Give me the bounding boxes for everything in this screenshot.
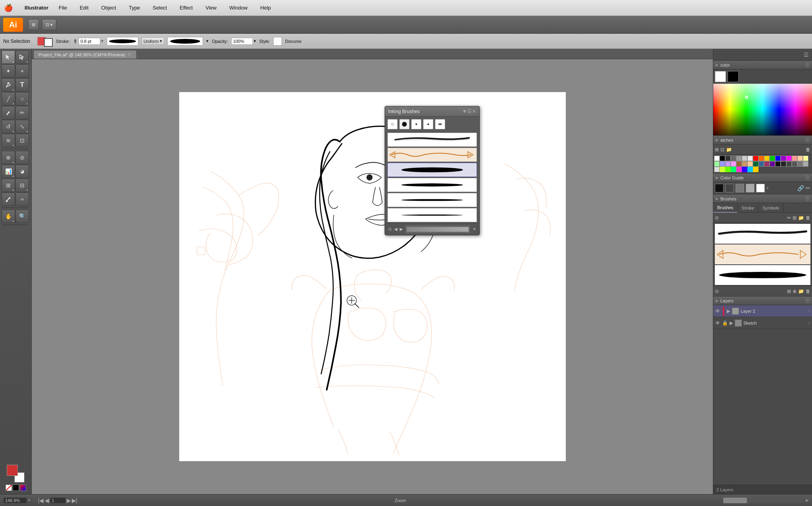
pencil-tool[interactable]: ✏: [15, 106, 29, 119]
fill-swatch[interactable]: [7, 465, 18, 476]
panel-brush-2[interactable]: [715, 244, 810, 264]
swatch-cell[interactable]: [714, 167, 720, 172]
swatch-cell[interactable]: [731, 161, 736, 167]
color-guide-menu[interactable]: ☰: [805, 175, 810, 181]
menu-effect[interactable]: Effect: [177, 4, 195, 12]
swatch-cell[interactable]: [770, 156, 775, 161]
perspective-tool[interactable]: ⊘: [15, 151, 29, 164]
guide-swatch-1[interactable]: [715, 184, 724, 192]
layer-view-icon[interactable]: ⊞: [787, 289, 791, 294]
brush-shape-preview[interactable]: [167, 37, 203, 46]
swatch-cell[interactable]: [775, 156, 781, 161]
guide-swatch-4[interactable]: [746, 184, 755, 192]
layer-visibility-icon[interactable]: 👁: [715, 308, 720, 314]
menu-view[interactable]: View: [203, 4, 219, 12]
sketch-expand-icon[interactable]: ▶: [730, 320, 733, 326]
magic-wand-tool[interactable]: ✦: [2, 64, 15, 78]
menu-select[interactable]: Select: [150, 4, 169, 12]
paintbrush-tool[interactable]: [2, 106, 15, 119]
tab-symbols[interactable]: Symbols: [758, 203, 783, 213]
swatch-cell[interactable]: [742, 161, 747, 167]
menu-object[interactable]: Object: [99, 4, 119, 12]
prev-btn[interactable]: ◀: [394, 227, 397, 232]
black-swatch[interactable]: [13, 485, 19, 491]
pen-tool[interactable]: [2, 78, 15, 92]
swatch-cell[interactable]: [731, 156, 736, 161]
opacity-input[interactable]: [231, 38, 253, 45]
warp-tool[interactable]: ≋: [2, 134, 15, 147]
swatch-folder-icon[interactable]: 📁: [726, 147, 732, 152]
swatch-cell[interactable]: [764, 161, 770, 167]
brush-new-icon[interactable]: ⊞: [793, 215, 797, 221]
stroke-dropdown-btn[interactable]: ▾: [206, 38, 209, 44]
free-transform-tool[interactable]: ⊡: [15, 134, 29, 147]
swatch-cell[interactable]: [725, 161, 731, 167]
first-page-btn[interactable]: |◀: [38, 497, 44, 504]
next-page-btn[interactable]: ▶: [67, 497, 71, 504]
brush-entry-5[interactable]: [387, 193, 477, 207]
target-icon[interactable]: ⊙: [388, 227, 392, 232]
swatch-cell[interactable]: [747, 167, 753, 172]
guide-swatch-2[interactable]: [725, 184, 734, 192]
menu-help[interactable]: Help: [258, 4, 273, 12]
swatch-cell[interactable]: [742, 167, 747, 172]
page-input[interactable]: [50, 497, 66, 504]
brush-entry-2[interactable]: [387, 148, 477, 162]
swatch-cell[interactable]: [797, 161, 803, 167]
swatch-cell[interactable]: [720, 161, 725, 167]
zoom-input[interactable]: [3, 497, 27, 504]
eyedropper-tool[interactable]: [2, 192, 15, 206]
swatch-cell[interactable]: [803, 156, 808, 161]
line-tool[interactable]: ╱: [2, 92, 15, 106]
swatch-cell[interactable]: [736, 167, 742, 172]
brush-type-dropdown[interactable]: Uniform ▾: [142, 37, 165, 45]
brush-delete-icon[interactable]: 🗑: [806, 215, 810, 221]
layer-expand-icon[interactable]: ▶: [727, 308, 730, 314]
menu-file[interactable]: File: [56, 4, 69, 12]
swatch-cell[interactable]: [781, 156, 786, 161]
menu-type[interactable]: Type: [126, 4, 142, 12]
layer-target-circle[interactable]: ○: [808, 308, 810, 314]
zoom-tool[interactable]: 🔍: [15, 210, 29, 223]
brush-folder-icon[interactable]: 📁: [798, 215, 804, 221]
swatch-cell[interactable]: [747, 161, 753, 167]
layer-row-sketch[interactable]: 👁 🔒 ▶ Sketch ○: [713, 317, 812, 329]
swatch-cell[interactable]: [786, 161, 792, 167]
stroke-up-arrow[interactable]: ⬆: [73, 38, 78, 44]
swatch-cell[interactable]: [764, 156, 770, 161]
brush-edit-icon[interactable]: ✏: [787, 215, 791, 221]
brushes-panel-menu[interactable]: ☰: [805, 196, 810, 202]
next-btn[interactable]: ▶: [400, 227, 403, 232]
layers-panel-menu[interactable]: ☰: [805, 298, 810, 304]
layer-new-icon[interactable]: ⊕: [793, 289, 797, 294]
view-btn[interactable]: ⊡ ▾: [42, 19, 56, 30]
guide-swatch-5[interactable]: [756, 184, 765, 192]
swatch-cell[interactable]: [797, 156, 803, 161]
ellipse-tool[interactable]: ○: [15, 92, 29, 106]
shape-builder-tool[interactable]: ⊕: [2, 151, 15, 164]
swatch-cell[interactable]: [720, 167, 725, 172]
brush-entry-1[interactable]: [387, 133, 477, 147]
swatch-cell[interactable]: [753, 167, 758, 172]
brush-dot-3[interactable]: [411, 119, 421, 129]
brush-entry-4[interactable]: [387, 178, 477, 192]
swatch-cell[interactable]: [747, 156, 753, 161]
close-panel-btn[interactable]: ✕: [473, 227, 476, 232]
tab-stroke[interactable]: Stroke: [737, 203, 758, 213]
chart-bar-tool[interactable]: 📊: [2, 165, 15, 178]
zoom-dropdown[interactable]: ▾: [28, 498, 31, 503]
slice-tool[interactable]: ⊟: [15, 179, 29, 192]
none-swatch[interactable]: [6, 485, 12, 491]
lasso-tool[interactable]: ⌖: [15, 64, 29, 78]
sketch-visibility-icon[interactable]: 👁: [715, 320, 720, 326]
guide-link-icon[interactable]: 🔗: [797, 185, 804, 191]
type-tool[interactable]: T: [15, 78, 29, 92]
stroke-color[interactable]: [44, 38, 53, 47]
swatch-cell[interactable]: [725, 167, 731, 172]
swatch-cell[interactable]: [758, 161, 764, 167]
brush-dot-4[interactable]: [423, 119, 433, 129]
stroke-value-input[interactable]: [79, 38, 100, 45]
swatch-cell[interactable]: [758, 156, 764, 161]
swatch-cell[interactable]: [714, 156, 720, 161]
swatch-cell[interactable]: [736, 161, 742, 167]
